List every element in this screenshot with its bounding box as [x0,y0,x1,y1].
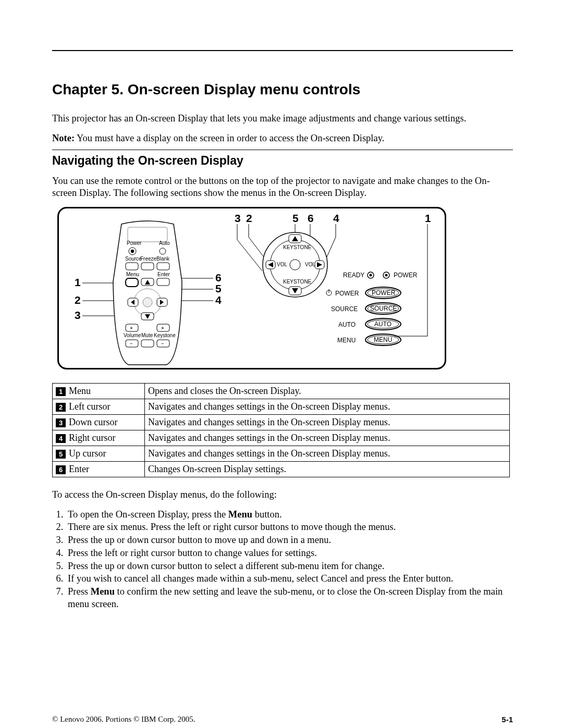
svg-text:KEYSTONE: KEYSTONE [283,244,312,250]
table-row: 6Enter Changes On-screen Display setting… [53,462,510,477]
svg-point-58 [290,260,300,270]
svg-text:VOL: VOL [277,262,287,267]
svg-point-20 [131,250,134,253]
svg-rect-33 [157,278,169,286]
svg-text:3: 3 [235,212,241,224]
svg-rect-28 [141,263,154,270]
control-wheel: KEYSTONE KEYSTONE VOL VOL [263,232,327,297]
svg-text:Menu: Menu [126,272,139,277]
projector-panel: READY POWER POWER POWER SOURCE SOURCE [326,272,418,346]
svg-text:MENU: MENU [374,336,392,343]
svg-text:5: 5 [292,212,299,224]
steps-intro: To access the On-screen Display menus, d… [52,489,513,501]
svg-rect-29 [157,263,169,270]
svg-text:READY: READY [343,272,364,279]
figure-diagram: 3 2 5 6 4 1 1 2 3 [57,207,446,369]
svg-text:AUTO: AUTO [374,320,391,328]
svg-text:SOURCE: SOURCE [370,305,397,312]
svg-text:VOL: VOL [305,262,315,267]
svg-text:2: 2 [246,212,252,224]
svg-text:−: − [130,341,133,347]
table-row: 1Menu Opens and closes the On-screen Dis… [53,383,510,399]
list-item: To open the On-screen Display, press the… [66,509,513,521]
svg-text:AUTO: AUTO [338,321,356,328]
svg-text:6: 6 [215,272,222,283]
svg-text:Auto: Auto [159,240,170,246]
page-footer: © Lenovo 2006. Portions © IBM Corp. 2005… [52,714,513,724]
svg-text:1: 1 [425,212,431,224]
svg-text:+: + [161,325,164,331]
svg-text:Power: Power [127,240,142,246]
svg-point-73 [370,274,372,276]
svg-point-75 [385,274,388,276]
svg-rect-32 [126,278,138,287]
svg-text:KEYSTONE: KEYSTONE [283,279,312,285]
svg-text:POWER: POWER [335,290,359,297]
svg-text:Enter: Enter [157,272,170,277]
list-item: Press the left or right cursor button to… [66,547,513,560]
remote-control: Power Auto Source Freeze Blank Menu Ente… [113,221,182,365]
section-rule [52,150,513,150]
svg-text:Blank: Blank [156,256,170,262]
svg-text:MENU: MENU [337,337,356,344]
svg-text:2: 2 [75,294,81,306]
svg-text:Source: Source [125,256,142,262]
list-item: If you wish to cancel all changes made w… [66,573,513,585]
svg-text:5: 5 [215,282,222,294]
note-label: Note: [52,133,75,143]
table-row: 2Left cursor Navigates and changes setti… [53,399,510,414]
svg-text:SOURCE: SOURCE [331,305,358,313]
table-row: 4Right cursor Navigates and changes sett… [53,430,510,446]
copyright: © Lenovo 2006. Portions © IBM Corp. 2005… [52,714,195,724]
svg-text:4: 4 [215,294,222,306]
top-rule [52,50,513,51]
svg-text:Freeze: Freeze [140,256,157,262]
svg-text:−: − [161,341,164,347]
legend-table: 1Menu Opens and closes the On-screen Dis… [52,383,510,477]
section-intro: You can use the remote control or the bu… [52,175,513,200]
svg-text:Mute: Mute [141,332,153,338]
svg-text:+: + [130,325,133,331]
section-title: Navigating the On-screen Display [52,153,513,168]
svg-text:6: 6 [308,212,314,224]
list-item: Press Menu to confirm the new setting an… [66,586,513,610]
svg-text:4: 4 [333,212,339,224]
note-line: Note: You must have a display on the scr… [52,132,513,145]
note-text: You must have a display on the screen in… [75,133,384,143]
svg-text:POWER: POWER [394,272,418,279]
table-row: 3Down cursor Navigates and changes setti… [53,415,510,430]
page-number: 5-1 [501,714,513,724]
svg-point-37 [143,298,152,307]
list-item: Press the up or down cursor button to se… [66,560,513,573]
svg-rect-27 [126,263,138,270]
table-row: 5Up cursor Navigates and changes setting… [53,446,510,462]
chapter-title: Chapter 5. On-screen Display menu contro… [52,80,513,99]
list-item: Press the up or down cursor button to mo… [66,534,513,547]
svg-text:Volume: Volume [124,332,141,338]
svg-text:3: 3 [75,309,81,321]
svg-text:Keystone: Keystone [154,332,176,338]
svg-text:POWER: POWER [372,289,396,297]
intro-paragraph: This projector has an On-screen Display … [52,113,513,125]
svg-rect-53 [141,340,154,347]
list-item: There are six menus. Press the left or r… [66,521,513,534]
svg-text:1: 1 [75,276,81,288]
steps-list: To open the On-screen Display, press the… [52,509,513,610]
